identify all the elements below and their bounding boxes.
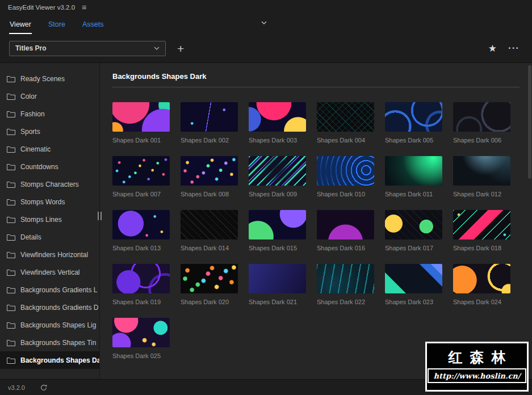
sidebar-item[interactable]: Viewfinders Vertical	[0, 263, 99, 281]
asset-item[interactable]: Shapes Dark 002	[181, 102, 238, 144]
asset-item[interactable]: Shapes Dark 007	[112, 156, 170, 198]
more-options-icon[interactable]: ···	[508, 43, 520, 54]
sidebar-item[interactable]: Sports	[0, 123, 99, 140]
sidebar-item-label: Stomps Words	[20, 198, 65, 206]
thumbnail-label: Shapes Dark 016	[317, 245, 374, 251]
folder-icon	[7, 93, 15, 100]
sidebar-item[interactable]: Backgrounds Gradients L	[0, 281, 99, 299]
sidebar-item[interactable]: Color	[0, 87, 99, 105]
thumbnail-image[interactable]	[181, 210, 238, 239]
hamburger-menu-icon[interactable]: ≡	[82, 3, 86, 11]
thumbnail-image[interactable]	[181, 264, 238, 293]
thumbnail-image[interactable]	[112, 318, 170, 347]
asset-item[interactable]: Shapes Dark 004	[317, 102, 374, 144]
thumbnail-image[interactable]	[112, 156, 170, 186]
sidebar-item[interactable]: Cinematic	[0, 140, 99, 158]
asset-item[interactable]: Shapes Dark 012	[453, 156, 510, 198]
asset-item[interactable]: Shapes Dark 022	[317, 264, 374, 305]
asset-item[interactable]: Shapes Dark 023	[385, 264, 442, 305]
asset-item[interactable]: Shapes Dark 001	[112, 102, 170, 144]
asset-item[interactable]: Shapes Dark 008	[181, 156, 238, 198]
asset-item[interactable]: Shapes Dark 013	[112, 210, 170, 251]
asset-item[interactable]: Shapes Dark 019	[112, 264, 170, 305]
folder-icon	[7, 163, 15, 170]
thumbnail-label: Shapes Dark 008	[181, 191, 238, 198]
thumbnail-image[interactable]	[385, 264, 442, 293]
thumbnail-label: Shapes Dark 017	[385, 245, 442, 251]
thumbnail-image[interactable]	[453, 102, 510, 132]
sidebar-item-label: Backgrounds Gradients L	[20, 286, 97, 294]
sidebar-item-label: Stomps Characters	[20, 180, 79, 188]
sidebar-item-label: Backgrounds Shapes Lig	[20, 321, 96, 329]
watermark-overlay: 红森林 http://www.hoslin.cn/	[425, 342, 529, 392]
thumbnail-image[interactable]	[453, 264, 510, 293]
thumbnail-image[interactable]	[112, 264, 170, 293]
panel-chevron-down-icon[interactable]	[261, 21, 267, 24]
asset-item[interactable]: Shapes Dark 024	[453, 264, 510, 305]
sidebar-item[interactable]: Ready Scenes	[0, 70, 99, 87]
folder-icon	[7, 75, 15, 82]
asset-item[interactable]: Shapes Dark 005	[385, 102, 442, 144]
asset-item[interactable]: Shapes Dark 021	[249, 264, 306, 305]
preset-select-value: Titles Pro	[15, 44, 46, 52]
tab-viewer[interactable]: Viewer	[9, 16, 32, 34]
favorite-star-icon[interactable]: ★	[488, 43, 497, 54]
sidebar-item[interactable]: Stomps Words	[0, 193, 99, 211]
asset-item[interactable]: Shapes Dark 018	[453, 210, 510, 251]
tab-store[interactable]: Store	[48, 16, 66, 34]
asset-item[interactable]: Shapes Dark 017	[385, 210, 442, 251]
thumbnail-image[interactable]	[249, 156, 306, 186]
thumbnail-image[interactable]	[317, 210, 374, 239]
thumbnail-label: Shapes Dark 006	[453, 137, 510, 144]
thumbnail-image[interactable]	[317, 264, 374, 293]
sidebar-item[interactable]: Backgrounds Gradients D	[0, 299, 99, 316]
thumbnail-image[interactable]	[453, 210, 510, 239]
thumbnail-image[interactable]	[385, 210, 442, 239]
sidebar-item[interactable]: Viewfinders Horizontal	[0, 246, 99, 263]
thumbnail-image[interactable]	[385, 156, 442, 186]
sidebar-item[interactable]: Fashion	[0, 105, 99, 123]
sidebar-item[interactable]: Backgrounds Shapes Tin	[0, 334, 99, 351]
sidebar-item[interactable]: Backgrounds Shapes Dar	[0, 351, 99, 369]
thumbnail-image[interactable]	[453, 156, 510, 186]
sidebar-item[interactable]: Stomps Characters	[0, 175, 99, 193]
asset-item[interactable]: Shapes Dark 003	[249, 102, 306, 144]
sidebar-resize-grip[interactable]	[98, 212, 102, 220]
thumbnail-grid: Shapes Dark 001 Shapes Dark 002 Shapes D…	[112, 102, 520, 359]
preset-select[interactable]: Titles Pro	[9, 41, 166, 56]
asset-item[interactable]: Shapes Dark 016	[317, 210, 374, 251]
asset-item[interactable]: Shapes Dark 020	[181, 264, 238, 305]
asset-item[interactable]: Shapes Dark 006	[453, 102, 510, 144]
thumbnail-image[interactable]	[249, 210, 306, 239]
asset-item[interactable]: Shapes Dark 014	[181, 210, 238, 251]
sidebar-item-label: Backgrounds Shapes Dar	[20, 356, 99, 364]
sidebar-item[interactable]: Countdowns	[0, 158, 99, 175]
folder-icon	[7, 111, 15, 117]
sidebar-item[interactable]: Details	[0, 228, 99, 246]
asset-item[interactable]: Shapes Dark 015	[249, 210, 306, 251]
sidebar-item-label: Viewfinders Horizontal	[20, 251, 88, 259]
thumbnail-image[interactable]	[317, 102, 374, 132]
add-preset-button[interactable]: +	[177, 43, 184, 54]
asset-item[interactable]: Shapes Dark 010	[317, 156, 374, 198]
sidebar-item[interactable]: Stomps Lines	[0, 211, 99, 228]
sidebar-item[interactable]: Backgrounds Shapes Lig	[0, 316, 99, 334]
asset-item[interactable]: Shapes Dark 025	[112, 318, 170, 359]
thumbnail-image[interactable]	[181, 156, 238, 186]
thumbnail-image[interactable]	[112, 102, 170, 132]
thumbnail-label: Shapes Dark 005	[385, 137, 442, 144]
scrollbar-thumb[interactable]	[528, 65, 531, 179]
refresh-icon[interactable]	[40, 384, 48, 392]
vertical-scrollbar[interactable]	[528, 65, 531, 377]
thumbnail-image[interactable]	[385, 102, 442, 132]
thumbnail-label: Shapes Dark 007	[112, 191, 170, 198]
tab-assets[interactable]: Assets	[82, 16, 104, 34]
thumbnail-image[interactable]	[317, 156, 374, 186]
asset-item[interactable]: Shapes Dark 011	[385, 156, 442, 198]
sidebar-item-label: Color	[20, 93, 37, 100]
thumbnail-image[interactable]	[249, 102, 306, 132]
asset-item[interactable]: Shapes Dark 009	[249, 156, 306, 198]
thumbnail-image[interactable]	[112, 210, 170, 239]
thumbnail-image[interactable]	[181, 102, 238, 132]
thumbnail-image[interactable]	[249, 264, 306, 293]
